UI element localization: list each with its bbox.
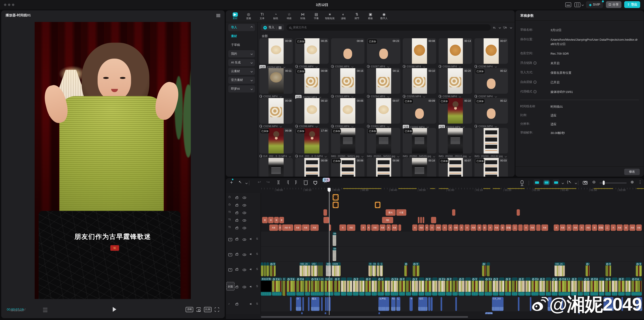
text-clip[interactable]: A (524, 224, 528, 231)
lock-icon[interactable] (236, 253, 238, 255)
text-clip[interactable] (398, 224, 401, 231)
lock-icon[interactable] (236, 197, 238, 199)
text-clip[interactable] (418, 217, 420, 223)
text-clip[interactable]: A≣ (560, 224, 566, 231)
video-clip[interactable] (487, 262, 490, 276)
text-clip[interactable]: A≣ (371, 224, 379, 231)
audio-clip[interactable] (325, 312, 326, 314)
video-clip[interactable] (261, 262, 263, 276)
media-item[interactable]: IMG_20260...05132.jpg (474, 128, 508, 157)
audio-clip[interactable] (428, 297, 430, 311)
text-clip[interactable]: A≣ (269, 224, 278, 231)
video-clip[interactable]: D (282, 277, 286, 296)
link-chevron-icon[interactable] (562, 182, 564, 184)
help-icon[interactable]: ? (534, 81, 536, 84)
audio-clip[interactable] (290, 297, 292, 311)
text-clip[interactable]: 3款 (382, 217, 393, 223)
media-item[interactable]: 已添加IMG_20260...94539.jpg (403, 128, 436, 157)
video-clip[interactable] (406, 277, 411, 296)
ratio-button[interactable]: 比例 (204, 307, 212, 312)
video-clip[interactable]: VI (368, 262, 372, 276)
svip-button[interactable]: ◆ SVIP (586, 1, 603, 8)
timeline-more-menu[interactable]: ⋮ (637, 180, 643, 184)
sticker-clip[interactable] (375, 202, 380, 208)
frame-grid-icon[interactable] (43, 308, 48, 312)
media-item[interactable]: 已添加00:06 (331, 158, 364, 177)
text-clip[interactable]: A≣ (453, 224, 458, 231)
audio-clip[interactable] (327, 297, 329, 311)
audio-clip[interactable]: DJI_202 (492, 297, 504, 311)
media-item[interactable]: 已添加00:07 (438, 158, 472, 177)
media-item[interactable]: 已添加IMG_20260...94521.jpg (331, 128, 364, 157)
speaker-icon[interactable] (250, 303, 251, 305)
S-icon[interactable]: S (256, 285, 258, 287)
eye-icon[interactable] (242, 212, 246, 214)
video-clip[interactable] (321, 262, 322, 276)
video-clip[interactable]: 变 (505, 277, 511, 296)
video-clip[interactable]: 变 (413, 262, 420, 276)
text-clip[interactable] (431, 217, 436, 223)
zoom-slider-thumb[interactable] (603, 181, 605, 185)
video-clip[interactable] (347, 277, 352, 296)
media-item[interactable]: 00:07C0301.MP4 (367, 98, 400, 128)
item-chevron-icon[interactable] (505, 155, 507, 157)
video-clip[interactable]: C028 (332, 262, 340, 276)
video-clip[interactable]: VID_20 (300, 262, 310, 276)
media-item[interactable]: 00:08C0288.MP4 (403, 38, 436, 68)
media-item[interactable]: 00:06 (367, 158, 400, 177)
item-chevron-icon[interactable] (362, 155, 364, 157)
text-clip[interactable]: A (425, 224, 429, 231)
lock-icon[interactable] (236, 286, 238, 288)
media-item[interactable]: 已添加00:03 (474, 158, 508, 177)
sticker-clip[interactable] (332, 202, 338, 208)
sort-icon[interactable]: ≡↓ (493, 26, 496, 29)
media-item[interactable]: 00:15C0293.MP4 (331, 68, 364, 98)
help-icon[interactable]: ? (534, 61, 536, 65)
item-chevron-icon[interactable] (289, 155, 291, 157)
audio-clip[interactable] (321, 297, 323, 311)
lock-icon[interactable] (236, 227, 238, 229)
video-clip[interactable] (341, 277, 346, 296)
text-clip[interactable]: A≣ (347, 224, 355, 231)
audio-clip[interactable]: 卡 (410, 297, 413, 311)
media-item[interactable]: 已添加00:10代理C0303.MP4 (438, 98, 472, 129)
eye-icon[interactable] (242, 204, 246, 206)
tab-贴纸[interactable]: ◔贴纸 (269, 12, 282, 20)
tab-模板[interactable]: ▣模板 (364, 12, 377, 20)
eye-icon[interactable] (242, 197, 246, 199)
eye-icon[interactable] (242, 227, 246, 229)
text-clip[interactable] (423, 217, 424, 223)
lock-icon[interactable] (236, 269, 238, 271)
video-clip[interactable] (320, 262, 320, 276)
item-chevron-icon[interactable] (283, 66, 285, 68)
text-clip[interactable]: ≣ (624, 224, 628, 231)
item-chevron-icon[interactable] (316, 125, 318, 127)
text-clip[interactable]: ≣ (477, 224, 482, 231)
video-clip[interactable]: 变 (472, 277, 478, 296)
tab-文本[interactable]: TI文本 (255, 12, 269, 20)
text-clip[interactable]: 安愉 (506, 224, 512, 231)
link-toggle[interactable] (552, 179, 559, 185)
media-item[interactable]: 已添加00:23C0287.MP4 (367, 38, 400, 68)
delete-button[interactable] (304, 181, 308, 185)
text-clip[interactable] (536, 224, 540, 231)
text-clip[interactable]: ≣ (268, 217, 274, 223)
text-clip[interactable]: A≣ (294, 224, 302, 231)
lock-icon[interactable] (236, 303, 238, 305)
video-clip[interactable]: 变 (412, 277, 418, 296)
media-item[interactable]: IMG_20260...05115.jpg (438, 128, 472, 157)
item-chevron-icon[interactable] (462, 126, 464, 128)
audio-clip[interactable] (378, 312, 380, 314)
media-item[interactable]: 00:10C0299.MP4 (295, 98, 329, 128)
search-input[interactable]: 搜索文件名 (286, 24, 490, 31)
item-chevron-icon[interactable] (352, 65, 354, 67)
text-clip[interactable]: A (386, 224, 391, 231)
item-chevron-icon[interactable] (316, 65, 318, 67)
video-clip[interactable]: 变 (606, 262, 611, 276)
text-clip[interactable]: 安愉 (598, 224, 604, 231)
item-chevron-icon[interactable] (319, 96, 321, 98)
video-clip[interactable] (359, 277, 364, 296)
select-tool-chevron-icon[interactable] (246, 182, 248, 184)
eye-icon[interactable] (242, 268, 246, 271)
video-clip[interactable]: 变 (586, 262, 590, 276)
